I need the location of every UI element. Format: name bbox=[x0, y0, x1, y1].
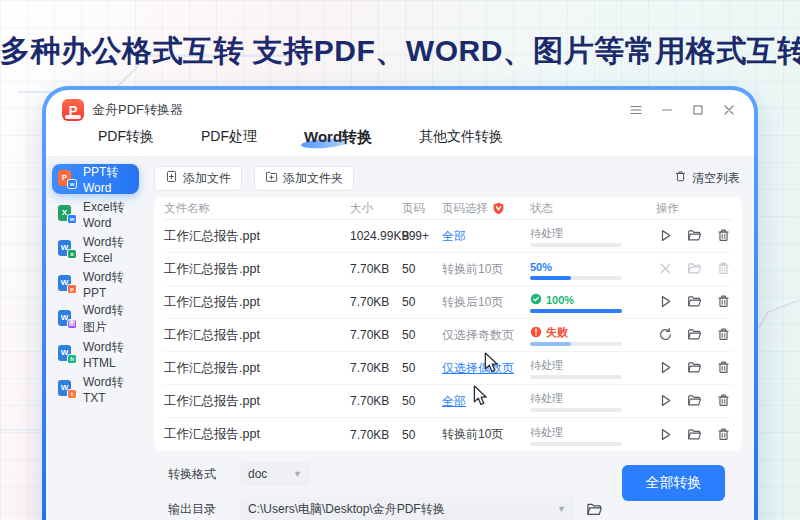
trash-icon[interactable] bbox=[716, 360, 732, 376]
page-selection-link[interactable]: 仅选择偶数页 bbox=[442, 361, 514, 375]
trash-icon[interactable] bbox=[716, 261, 732, 277]
trash-icon[interactable] bbox=[716, 327, 732, 343]
format-select[interactable]: doc ▼ bbox=[240, 462, 310, 486]
folder-open-icon[interactable] bbox=[687, 228, 703, 244]
sidebar-item-3[interactable]: WpWord转PPT bbox=[52, 269, 139, 299]
col-status: 状态 bbox=[530, 201, 656, 216]
convert-all-button[interactable]: 全部转换 bbox=[622, 465, 725, 501]
error-circle-icon bbox=[530, 324, 542, 342]
conversion-type-icon: Wp bbox=[58, 275, 77, 294]
play-icon[interactable] bbox=[658, 427, 674, 443]
trash-icon bbox=[674, 170, 687, 186]
app-window: P 金舟PDF转换器 PDF转换PDF处理Word转换其他文件转换 PwPPT转… bbox=[42, 86, 758, 520]
vip-badge-icon bbox=[492, 202, 505, 215]
page-count: 50 bbox=[402, 361, 442, 375]
progress-bar bbox=[530, 276, 622, 280]
minimize-icon[interactable] bbox=[660, 103, 674, 117]
sidebar-item-0[interactable]: PwPPT转Word bbox=[52, 164, 139, 194]
tab-label: PDF处理 bbox=[201, 128, 257, 144]
trash-icon[interactable] bbox=[716, 294, 732, 310]
page-count: 50 bbox=[402, 428, 442, 442]
page-selection-link[interactable]: 全部 bbox=[442, 229, 466, 243]
close-icon[interactable] bbox=[722, 103, 736, 117]
conversion-type-icon: Wt bbox=[58, 380, 77, 399]
col-actions: 操作 bbox=[656, 201, 732, 216]
file-name: 工作汇总报告.ppt bbox=[164, 294, 350, 311]
sidebar-item-label: Word转图片 bbox=[83, 302, 133, 336]
tab-3[interactable]: 其他文件转换 bbox=[419, 126, 503, 146]
col-size: 大小 bbox=[350, 201, 402, 216]
folder-open-icon[interactable] bbox=[687, 294, 703, 310]
trash-icon[interactable] bbox=[716, 427, 732, 443]
trash-icon[interactable] bbox=[716, 393, 732, 409]
retry-icon[interactable] bbox=[658, 327, 674, 343]
tab-2[interactable]: Word转换 bbox=[304, 126, 372, 147]
maximize-icon[interactable] bbox=[691, 103, 705, 117]
trash-icon[interactable] bbox=[716, 228, 732, 244]
conversion-type-icon: Wh bbox=[58, 345, 77, 364]
status-label: 待处理 bbox=[530, 425, 563, 440]
row-actions bbox=[656, 427, 732, 443]
tab-label: 其他文件转换 bbox=[419, 128, 503, 144]
sidebar-item-label: Word转PPT bbox=[83, 269, 133, 300]
add-file-button[interactable]: 添加文件 bbox=[154, 166, 242, 191]
table-row: 工作汇总报告.ppt7.70KB50转换后10页100% bbox=[164, 286, 732, 319]
file-size: 7.70KB bbox=[350, 428, 402, 442]
clear-list-button[interactable]: 清空列表 bbox=[674, 170, 742, 187]
page-selection-link[interactable]: 转换前10页 bbox=[442, 427, 503, 441]
output-dir-select[interactable]: C:\Users\电脑\Desktop\金舟PDF转换 ▼ bbox=[240, 497, 574, 520]
tab-0[interactable]: PDF转换 bbox=[98, 126, 154, 146]
file-size: 1024.99KB bbox=[350, 229, 402, 243]
sidebar-item-2[interactable]: WxWord转Excel bbox=[52, 234, 139, 264]
add-folder-button[interactable]: 添加文件夹 bbox=[254, 166, 354, 191]
sidebar-item-1[interactable]: XwExcel转Word bbox=[52, 199, 139, 229]
file-size: 7.70KB bbox=[350, 328, 402, 342]
page-selection-link[interactable]: 转换前10页 bbox=[442, 262, 503, 276]
menu-icon[interactable] bbox=[629, 103, 643, 117]
tab-1[interactable]: PDF处理 bbox=[201, 126, 257, 146]
output-dir-value: C:\Users\电脑\Desktop\金舟PDF转换 bbox=[248, 501, 445, 518]
tab-label: PDF转换 bbox=[98, 128, 154, 144]
col-name: 文件名称 bbox=[164, 201, 350, 216]
sidebar-item-4[interactable]: W图Word转图片 bbox=[52, 304, 139, 334]
chevron-down-icon: ▼ bbox=[557, 504, 566, 514]
cancel-icon[interactable] bbox=[658, 261, 674, 277]
folder-open-icon[interactable] bbox=[687, 261, 703, 277]
open-folder-icon[interactable] bbox=[586, 501, 603, 518]
row-actions bbox=[656, 327, 732, 343]
folder-open-icon[interactable] bbox=[687, 393, 703, 409]
check-circle-icon bbox=[530, 291, 542, 309]
banner-title: 多种办公格式互转 支持PDF、WORD、图片等常用格式互转 bbox=[0, 31, 800, 72]
add-folder-label: 添加文件夹 bbox=[283, 170, 343, 187]
sidebar-item-5[interactable]: WhWord转HTML bbox=[52, 339, 139, 369]
add-folder-icon bbox=[265, 170, 278, 186]
page-selection-link[interactable]: 转换后10页 bbox=[442, 295, 503, 309]
file-name: 工作汇总报告.ppt bbox=[164, 360, 350, 377]
page-selection-link[interactable]: 全部 bbox=[442, 394, 466, 408]
play-icon[interactable] bbox=[658, 360, 674, 376]
status-label: 50% bbox=[530, 261, 552, 273]
play-icon[interactable] bbox=[658, 294, 674, 310]
status-label: 待处理 bbox=[530, 391, 563, 406]
sidebar-item-label: PPT转Word bbox=[83, 164, 133, 195]
conversion-type-icon: Wx bbox=[58, 240, 77, 259]
folder-open-icon[interactable] bbox=[687, 427, 703, 443]
status-label: 待处理 bbox=[530, 226, 563, 241]
folder-open-icon[interactable] bbox=[687, 327, 703, 343]
page-selection-link[interactable]: 仅选择奇数页 bbox=[442, 328, 514, 342]
sidebar-item-6[interactable]: WtWord转TXT bbox=[52, 374, 139, 404]
table-row: 工作汇总报告.ppt7.70KB50转换前10页50% bbox=[164, 253, 732, 286]
file-name: 工作汇总报告.ppt bbox=[164, 261, 350, 278]
table-row: 工作汇总报告.ppt7.70KB50转换前10页待处理 bbox=[164, 418, 732, 451]
play-icon[interactable] bbox=[658, 228, 674, 244]
row-actions bbox=[656, 360, 732, 376]
status-cell: 待处理 bbox=[530, 357, 656, 379]
app-logo-icon: P bbox=[62, 99, 84, 121]
format-value: doc bbox=[248, 467, 267, 481]
play-icon[interactable] bbox=[658, 393, 674, 409]
page-count: 50 bbox=[402, 295, 442, 309]
conversion-type-icon: Pw bbox=[58, 170, 77, 189]
table-row: 工作汇总报告.ppt7.70KB50全部待处理 bbox=[164, 385, 732, 418]
sidebar-item-label: Word转TXT bbox=[83, 374, 133, 405]
folder-open-icon[interactable] bbox=[687, 360, 703, 376]
